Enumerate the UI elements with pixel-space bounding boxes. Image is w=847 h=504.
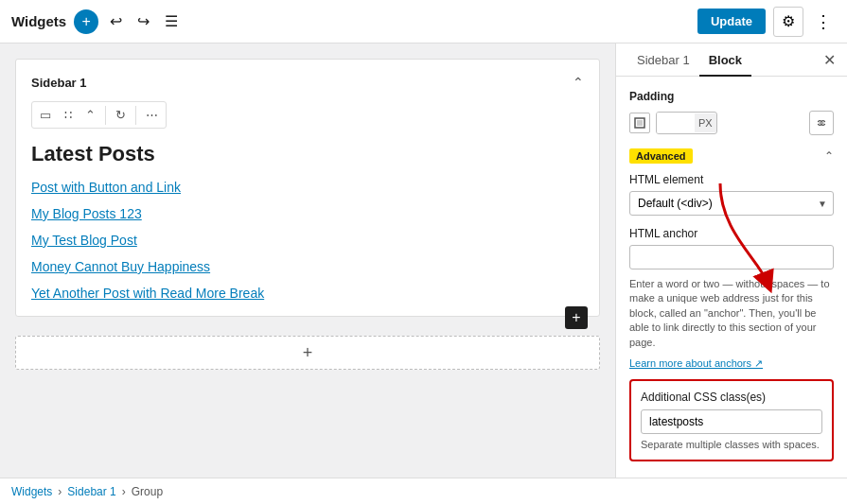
main-layout: Sidebar 1 ⌃ ▭ ∷ ⌃ ↻ ⋯ Latest Posts Post … bbox=[0, 43, 847, 478]
latest-posts-heading: Latest Posts bbox=[31, 142, 584, 166]
post-link-5[interactable]: Yet Another Post with Read More Break bbox=[31, 286, 584, 301]
bottom-bar: Widgets › Sidebar 1 › Group bbox=[0, 478, 847, 504]
panel-tabs: Sidebar 1 Block ✕ bbox=[616, 43, 847, 77]
html-element-select[interactable]: Default (<div>) bbox=[629, 191, 834, 216]
padding-icon bbox=[633, 116, 646, 130]
breadcrumb-widgets[interactable]: Widgets bbox=[11, 485, 52, 498]
top-bar-left: Widgets + ↩ ↪ ☰ bbox=[11, 9, 182, 34]
panel-close-button[interactable]: ✕ bbox=[823, 51, 836, 69]
collapse-button[interactable]: ⌃ bbox=[573, 75, 584, 90]
widget-block: Sidebar 1 ⌃ ▭ ∷ ⌃ ↻ ⋯ Latest Posts Post … bbox=[15, 59, 600, 317]
css-classes-section: Additional CSS class(es) Separate multip… bbox=[629, 379, 834, 461]
toolbar-move-up-button[interactable]: ⌃ bbox=[79, 104, 101, 126]
padding-input-wrap: PX bbox=[656, 112, 717, 134]
anchor-learn-more-link[interactable]: Learn more about anchors ↗ bbox=[629, 357, 763, 369]
css-classes-label: Additional CSS class(es) bbox=[641, 391, 822, 404]
post-link-1[interactable]: Post with Button and Link bbox=[31, 180, 584, 195]
padding-box-icon bbox=[629, 113, 650, 133]
toolbar-transform-button[interactable]: ▭ bbox=[34, 104, 57, 126]
svg-rect-1 bbox=[637, 120, 643, 126]
anchor-hint: Enter a word or two — without spaces — t… bbox=[629, 277, 834, 350]
tab-block[interactable]: Block bbox=[699, 43, 751, 77]
css-classes-hint: Separate multiple classes with spaces. bbox=[641, 439, 822, 450]
advanced-collapse-icon: ⌃ bbox=[824, 149, 834, 163]
html-anchor-label: HTML anchor bbox=[629, 227, 834, 240]
post-link-2[interactable]: My Blog Posts 123 bbox=[31, 206, 584, 221]
toolbar-more-button[interactable]: ⋯ bbox=[140, 104, 164, 126]
padding-label: Padding bbox=[629, 90, 834, 103]
add-inner-block-button[interactable]: + bbox=[565, 306, 588, 329]
panel-body: Padding PX bbox=[616, 77, 847, 471]
toolbar-divider bbox=[105, 106, 106, 125]
advanced-badge: Advanced bbox=[629, 148, 693, 164]
toolbar-drag-button[interactable]: ∷ bbox=[59, 104, 78, 126]
link-icon bbox=[815, 116, 828, 130]
canvas-area: Sidebar 1 ⌃ ▭ ∷ ⌃ ↻ ⋯ Latest Posts Post … bbox=[0, 43, 615, 478]
html-element-label: HTML element bbox=[629, 173, 834, 186]
right-panel: Sidebar 1 Block ✕ Padding PX bbox=[615, 43, 847, 478]
post-link-3[interactable]: My Test Blog Post bbox=[31, 233, 584, 248]
top-bar: Widgets + ↩ ↪ ☰ Update ⚙ ⋮ bbox=[0, 0, 847, 43]
advanced-header[interactable]: Advanced ⌃ bbox=[629, 148, 834, 164]
redo-button[interactable]: ↪ bbox=[133, 9, 153, 34]
padding-input[interactable] bbox=[657, 113, 695, 133]
breadcrumb-group: Group bbox=[132, 485, 163, 498]
update-button[interactable]: Update bbox=[697, 9, 766, 34]
padding-unit: PX bbox=[695, 113, 716, 132]
app-title: Widgets bbox=[11, 13, 66, 29]
undo-button[interactable]: ↩ bbox=[106, 9, 126, 34]
padding-row: PX bbox=[629, 111, 834, 135]
widget-block-header: Sidebar 1 ⌃ bbox=[31, 75, 584, 90]
list-view-button[interactable]: ☰ bbox=[161, 9, 182, 34]
link-padding-button[interactable] bbox=[809, 111, 834, 135]
add-block-button[interactable]: + bbox=[74, 9, 98, 34]
toolbar-divider-2 bbox=[135, 106, 136, 125]
html-anchor-input[interactable] bbox=[629, 245, 834, 269]
breadcrumb-sidebar1[interactable]: Sidebar 1 bbox=[67, 485, 115, 498]
widget-block-title: Sidebar 1 bbox=[31, 76, 87, 90]
widget-toolbar: ▭ ∷ ⌃ ↻ ⋯ bbox=[31, 101, 167, 129]
insert-block-button[interactable]: + bbox=[15, 336, 600, 370]
settings-button[interactable]: ⚙ bbox=[773, 7, 803, 37]
more-options-button[interactable]: ⋮ bbox=[811, 8, 836, 36]
css-classes-input[interactable] bbox=[641, 409, 822, 434]
post-link-4[interactable]: Money Cannot Buy Happiness bbox=[31, 259, 584, 274]
toolbar-loop-button[interactable]: ↻ bbox=[110, 104, 132, 126]
tab-sidebar1[interactable]: Sidebar 1 bbox=[627, 43, 699, 77]
breadcrumb-sep-1: › bbox=[58, 485, 62, 498]
top-bar-right: Update ⚙ ⋮ bbox=[697, 7, 836, 37]
html-element-select-wrap: Default (<div>) ▼ bbox=[629, 191, 834, 216]
breadcrumb-sep-2: › bbox=[122, 485, 126, 498]
